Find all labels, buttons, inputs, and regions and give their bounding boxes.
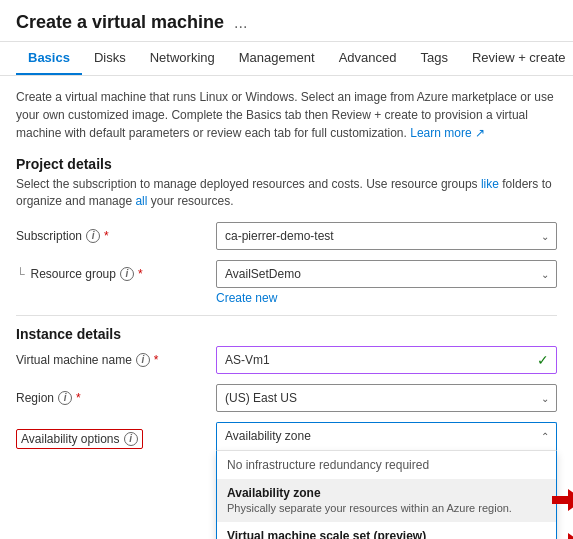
option-availability-zone[interactable]: Availability zone Physically separate yo…: [217, 479, 556, 522]
project-details-title: Project details: [16, 156, 557, 172]
vm-name-row: Virtual machine name i AS-Vm1 ✓: [16, 346, 557, 374]
vm-name-dropdown-wrapper: AS-Vm1 ✓: [216, 346, 557, 374]
subscription-dropdown[interactable]: ca-pierrer-demo-test: [216, 222, 557, 250]
vm-name-label: Virtual machine name i: [16, 346, 216, 367]
tab-advanced[interactable]: Advanced: [327, 42, 409, 75]
option-vmss[interactable]: Virtual machine scale set (preview) Dist…: [217, 522, 556, 539]
tab-management[interactable]: Management: [227, 42, 327, 75]
learn-more-link[interactable]: Learn more ↗: [410, 126, 485, 140]
option-no-redundancy[interactable]: No infrastructure redundancy required: [217, 451, 556, 479]
project-details-section: Project details Select the subscription …: [16, 156, 557, 305]
resource-group-row: Resource group i AvailSetDemo ⌄ Create n…: [16, 260, 557, 305]
divider-1: [16, 315, 557, 316]
availability-options-label: Availability options i: [16, 422, 216, 449]
red-arrow-2: [552, 533, 573, 539]
tab-networking[interactable]: Networking: [138, 42, 227, 75]
tab-review-create[interactable]: Review + create: [460, 42, 573, 75]
region-row: Region i (US) East US ⌄: [16, 384, 557, 412]
tabs-bar: Basics Disks Networking Management Advan…: [0, 42, 573, 76]
subscription-row: Subscription i ca-pierrer-demo-test ⌄: [16, 222, 557, 250]
resource-group-label: Resource group i: [16, 260, 216, 281]
option-availability-zone-desc: Physically separate your resources withi…: [227, 501, 546, 515]
svg-marker-1: [552, 533, 573, 539]
option-availability-zone-title: Availability zone: [227, 486, 546, 500]
instance-details-section: Instance details Virtual machine name i …: [16, 326, 557, 539]
create-new-link[interactable]: Create new: [216, 291, 557, 305]
subscription-dropdown-wrapper: ca-pierrer-demo-test ⌄: [216, 222, 557, 250]
page-title: Create a virtual machine: [16, 12, 224, 33]
subscription-info-icon[interactable]: i: [86, 229, 100, 243]
page-description: Create a virtual machine that runs Linux…: [16, 88, 557, 142]
option-vmss-title: Virtual machine scale set (preview): [227, 529, 546, 539]
subscription-control: ca-pierrer-demo-test ⌄: [216, 222, 557, 250]
availability-options-dropdown[interactable]: Availability zone: [216, 422, 557, 450]
region-dropdown-wrapper: (US) East US ⌄: [216, 384, 557, 412]
tab-disks[interactable]: Disks: [82, 42, 138, 75]
vm-name-input[interactable]: AS-Vm1: [216, 346, 557, 374]
resource-group-info-icon[interactable]: i: [120, 267, 134, 281]
vm-name-control: AS-Vm1 ✓: [216, 346, 557, 374]
availability-options-info-icon[interactable]: i: [124, 432, 138, 446]
resource-group-control: AvailSetDemo ⌄ Create new: [216, 260, 557, 305]
region-info-icon[interactable]: i: [58, 391, 72, 405]
availability-options-control: Availability zone ⌃ No infrastructure re…: [216, 422, 557, 450]
availability-options-menu: No infrastructure redundancy required Av…: [216, 450, 557, 539]
content: Create a virtual machine that runs Linux…: [0, 76, 573, 539]
subscription-label: Subscription i: [16, 222, 216, 243]
vm-name-check-icon: ✓: [537, 352, 549, 368]
project-details-desc: Select the subscription to manage deploy…: [16, 176, 557, 210]
resource-group-dropdown[interactable]: AvailSetDemo: [216, 260, 557, 288]
vm-name-info-icon[interactable]: i: [136, 353, 150, 367]
svg-marker-0: [552, 489, 573, 511]
tab-basics[interactable]: Basics: [16, 42, 82, 75]
tab-tags[interactable]: Tags: [408, 42, 459, 75]
red-arrow-1: [552, 489, 573, 511]
like-link[interactable]: like: [481, 177, 499, 191]
dots-menu[interactable]: ...: [234, 14, 247, 32]
resource-group-dropdown-wrapper: AvailSetDemo ⌄: [216, 260, 557, 288]
region-label: Region i: [16, 384, 216, 405]
all-link[interactable]: all: [135, 194, 147, 208]
page-header: Create a virtual machine ...: [0, 0, 573, 42]
availability-options-chevron-up-icon: ⌃: [541, 430, 549, 441]
region-control: (US) East US ⌄: [216, 384, 557, 412]
instance-details-title: Instance details: [16, 326, 557, 342]
availability-options-row: Availability options i Availability zone…: [16, 422, 557, 450]
region-dropdown[interactable]: (US) East US: [216, 384, 557, 412]
